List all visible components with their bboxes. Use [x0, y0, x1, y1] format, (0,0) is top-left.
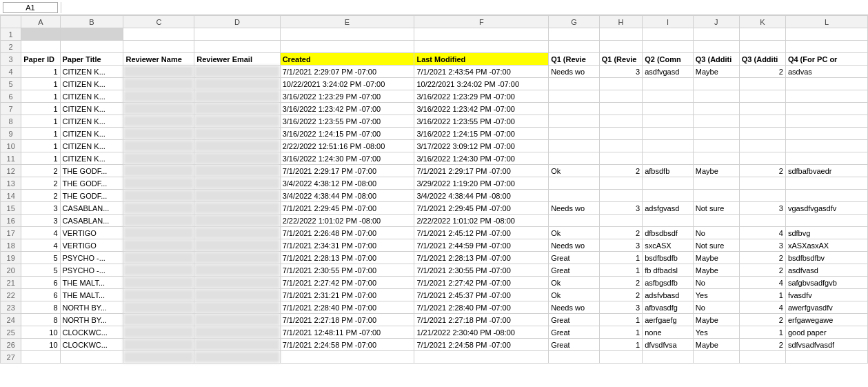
cell-f22[interactable]: 7/1/2021 2:45:37 PM -07:00	[414, 289, 549, 301]
cell-f18[interactable]: 7/1/2021 2:44:59 PM -07:00	[414, 239, 549, 252]
cell-f19[interactable]: 7/1/2021 2:28:13 PM -07:00	[414, 252, 549, 264]
cell-d4[interactable]: ████████	[194, 66, 280, 78]
cell-e9[interactable]: 3/16/2022 1:24:15 PM -07:00	[280, 128, 414, 140]
col-l-label[interactable]: Q4 (For PC or	[785, 53, 867, 66]
cell-d1[interactable]	[194, 28, 280, 41]
cell-c7[interactable]: ████████	[123, 103, 194, 115]
cell-c23[interactable]: ████████	[123, 301, 194, 314]
col-e-label[interactable]: Created	[280, 53, 414, 66]
cell-g20[interactable]: Great	[549, 264, 600, 277]
cell-j17[interactable]: No	[693, 227, 739, 239]
cell-d21[interactable]: ████████	[194, 277, 280, 289]
cell-e24[interactable]: 7/1/2021 2:27:18 PM -07:00	[280, 314, 414, 326]
cell-g9[interactable]	[549, 128, 600, 140]
cell-j5[interactable]	[693, 78, 739, 90]
cell-l12[interactable]: sdfbafbvaedr	[785, 165, 867, 177]
cell-b27[interactable]	[60, 351, 123, 364]
cell-g14[interactable]	[549, 190, 600, 202]
cell-b1[interactable]	[60, 28, 123, 41]
cell-h16[interactable]	[599, 215, 642, 227]
cell-e5[interactable]: 10/22/2021 3:24:02 PM -07:00	[280, 78, 414, 90]
cell-f26[interactable]: 7/1/2021 2:24:58 PM -07:00	[414, 339, 549, 351]
cell-c9[interactable]: ████████	[123, 128, 194, 140]
cell-g4[interactable]: Needs wo	[549, 66, 600, 78]
cell-h5[interactable]	[599, 78, 642, 90]
cell-b13[interactable]: THE GODF...	[60, 177, 123, 190]
cell-b26[interactable]: CLOCKWC...	[60, 339, 123, 351]
cell-h27[interactable]	[599, 351, 642, 364]
col-i-header[interactable]: I	[643, 16, 694, 28]
cell-l16[interactable]	[785, 215, 867, 227]
cell-b10[interactable]: CITIZEN K...	[60, 140, 123, 152]
cell-a24[interactable]: 8	[21, 314, 60, 326]
cell-k9[interactable]	[739, 128, 785, 140]
cell-j4[interactable]: Maybe	[693, 66, 739, 78]
cell-l7[interactable]	[785, 103, 867, 115]
cell-e18[interactable]: 7/1/2021 2:34:31 PM -07:00	[280, 239, 414, 252]
col-a-header[interactable]: A	[21, 16, 60, 28]
cell-e2[interactable]	[280, 41, 414, 53]
cell-k7[interactable]	[739, 103, 785, 115]
cell-l5[interactable]	[785, 78, 867, 90]
cell-j12[interactable]: Maybe	[693, 165, 739, 177]
cell-l9[interactable]	[785, 128, 867, 140]
cell-f27[interactable]	[414, 351, 549, 364]
cell-a19[interactable]: 5	[21, 252, 60, 264]
cell-e14[interactable]: 3/4/2022 4:38:44 PM -08:00	[280, 190, 414, 202]
cell-i4[interactable]: asdfvgasd	[643, 66, 694, 78]
cell-b23[interactable]: NORTH BY...	[60, 301, 123, 314]
cell-b17[interactable]: VERTIGO	[60, 227, 123, 239]
cell-j16[interactable]	[693, 215, 739, 227]
cell-d7[interactable]: ████████	[194, 103, 280, 115]
cell-e22[interactable]: 7/1/2021 2:31:21 PM -07:00	[280, 289, 414, 301]
cell-i11[interactable]	[643, 152, 694, 165]
col-d-label[interactable]: Reviewer Email	[194, 53, 280, 66]
cell-l17[interactable]: sdfbvg	[785, 227, 867, 239]
cell-a25[interactable]: 10	[21, 326, 60, 339]
cell-c6[interactable]: ████████	[123, 90, 194, 103]
cell-c5[interactable]: ████████	[123, 78, 194, 90]
cell-i17[interactable]: dfbsdbsdf	[643, 227, 694, 239]
cell-h15[interactable]: 3	[599, 202, 642, 215]
cell-k13[interactable]	[739, 177, 785, 190]
cell-i5[interactable]	[643, 78, 694, 90]
cell-b20[interactable]: PSYCHO -...	[60, 264, 123, 277]
cell-h4[interactable]: 3	[599, 66, 642, 78]
col-j-header[interactable]: J	[693, 16, 739, 28]
cell-k4[interactable]: 2	[739, 66, 785, 78]
cell-f20[interactable]: 7/1/2021 2:30:55 PM -07:00	[414, 264, 549, 277]
cell-l13[interactable]	[785, 177, 867, 190]
cell-g26[interactable]: Great	[549, 339, 600, 351]
cell-e7[interactable]: 3/16/2022 1:23:42 PM -07:00	[280, 103, 414, 115]
col-a-label[interactable]: Paper ID	[21, 53, 60, 66]
cell-i26[interactable]: dfvsdfvsa	[643, 339, 694, 351]
cell-g13[interactable]	[549, 177, 600, 190]
cell-f24[interactable]: 7/1/2021 2:27:18 PM -07:00	[414, 314, 549, 326]
cell-b22[interactable]: THE MALT...	[60, 289, 123, 301]
cell-b24[interactable]: NORTH BY...	[60, 314, 123, 326]
cell-h9[interactable]	[599, 128, 642, 140]
cell-a11[interactable]: 1	[21, 152, 60, 165]
cell-f11[interactable]: 3/16/2022 1:24:30 PM -07:00	[414, 152, 549, 165]
cell-c19[interactable]: ████████	[123, 252, 194, 264]
cell-g1[interactable]	[549, 28, 600, 41]
cell-f21[interactable]: 7/1/2021 2:27:42 PM -07:00	[414, 277, 549, 289]
cell-l25[interactable]: good paper	[785, 326, 867, 339]
cell-k11[interactable]	[739, 152, 785, 165]
cell-l4[interactable]: asdvas	[785, 66, 867, 78]
cell-c27[interactable]	[123, 351, 194, 364]
cell-l2[interactable]	[785, 41, 867, 53]
cell-j18[interactable]: Not sure	[693, 239, 739, 252]
cell-k1[interactable]	[739, 28, 785, 41]
cell-c25[interactable]: ████████	[123, 326, 194, 339]
cell-i12[interactable]: afbsdfb	[643, 165, 694, 177]
cell-a4[interactable]: 1	[21, 66, 60, 78]
cell-b7[interactable]: CITIZEN K...	[60, 103, 123, 115]
cell-g24[interactable]: Great	[549, 314, 600, 326]
cell-g7[interactable]	[549, 103, 600, 115]
cell-f9[interactable]: 3/16/2022 1:24:15 PM -07:00	[414, 128, 549, 140]
cell-a23[interactable]: 8	[21, 301, 60, 314]
cell-f25[interactable]: 1/21/2022 2:30:40 PM -08:00	[414, 326, 549, 339]
cell-i22[interactable]: adsfvbasd	[643, 289, 694, 301]
cell-j14[interactable]	[693, 190, 739, 202]
